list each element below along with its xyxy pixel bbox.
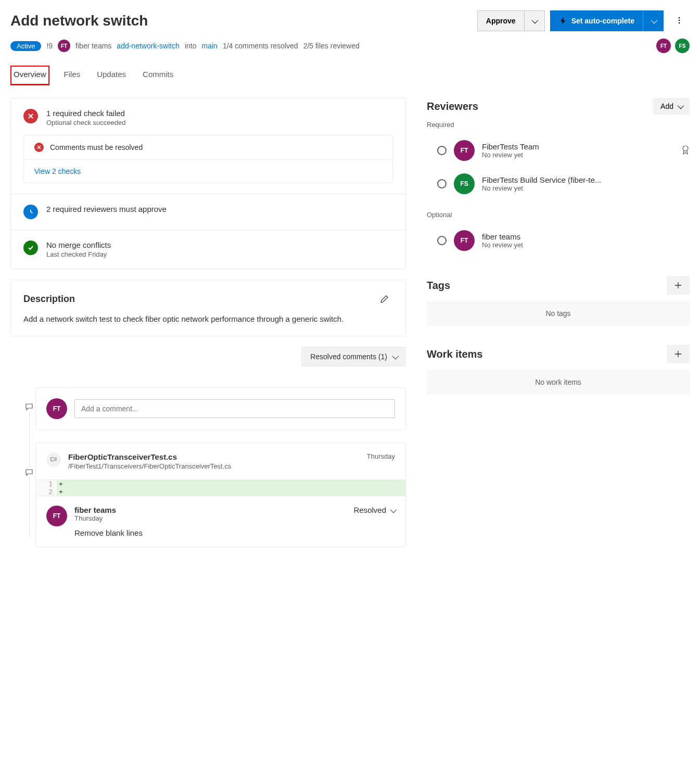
reviewers-required-label: Required — [427, 121, 690, 129]
comment-author: fiber teams — [74, 506, 353, 514]
file-path: /FiberTest1/Transceivers/FiberOpticTrans… — [68, 462, 231, 470]
radio-icon — [437, 179, 447, 188]
add-tag-button[interactable] — [667, 276, 690, 295]
description-body: Add a network switch test to check fiber… — [23, 313, 393, 325]
pencil-icon — [380, 295, 389, 303]
clock-icon — [23, 205, 38, 219]
current-user-avatar: FT — [46, 398, 67, 419]
reviewer-avatar: FT — [454, 140, 475, 161]
reviewer-row[interactable]: FTfiber teamsNo review yet — [427, 224, 690, 257]
reviewer-status: No review yet — [482, 184, 690, 192]
chevron-down-icon — [678, 102, 682, 110]
branch-from-link[interactable]: add-network-switch — [117, 42, 180, 50]
error-icon — [34, 143, 44, 152]
comments-filter-label: Resolved comments (1) — [310, 352, 387, 361]
pr-id: !9 — [46, 42, 53, 50]
author-avatar[interactable]: FT — [58, 40, 70, 52]
csharp-file-icon: C# — [46, 452, 61, 467]
tab-updates[interactable]: Updates — [95, 66, 128, 85]
more-actions-button[interactable] — [669, 16, 690, 26]
error-icon — [23, 109, 38, 123]
add-reviewer-button[interactable]: Add — [653, 98, 690, 115]
tags-title: Tags — [427, 280, 450, 292]
check-icon — [23, 241, 38, 255]
comment-status-label: Resolved — [353, 506, 386, 514]
lightning-icon — [559, 17, 567, 25]
tags-empty: No tags — [427, 301, 690, 326]
reviewer-status: No review yet — [482, 241, 690, 249]
reviewer-row[interactable]: FTFiberTests TeamNo review yet — [427, 134, 690, 167]
diff-line-content: + — [57, 480, 405, 488]
tab-overview[interactable]: Overview — [10, 66, 49, 85]
chevron-down-icon — [392, 352, 397, 361]
reviewer-avatar: FS — [454, 173, 475, 194]
diff-line-content: + — [57, 488, 405, 496]
svg-point-0 — [679, 17, 680, 18]
work-items-empty: No work items — [427, 370, 690, 395]
add-comment-input[interactable] — [74, 399, 395, 418]
work-items-title: Work items — [427, 348, 482, 360]
chevron-down-icon — [390, 506, 395, 514]
approve-dropdown[interactable] — [524, 10, 545, 31]
view-checks-link[interactable]: View 2 checks — [34, 167, 81, 175]
merge-conflicts-sub: Last checked Friday — [46, 250, 111, 258]
add-work-item-button[interactable] — [667, 345, 690, 363]
comment-timeline-icon — [24, 468, 34, 478]
reviewer-avatar: FT — [454, 230, 475, 251]
chevron-down-icon — [532, 17, 537, 25]
diff-block: 1+2+ — [36, 480, 405, 496]
reviewer-name: FiberTests Build Service (fiber-te... — [482, 175, 690, 184]
plus-icon — [674, 281, 682, 289]
checks-failed-title: 1 required check failed — [46, 109, 125, 118]
comment-author-avatar: FT — [46, 506, 67, 526]
reviewer-status: No review yet — [482, 151, 674, 159]
file-name[interactable]: FiberOpticTransceiverTest.cs — [68, 452, 231, 461]
page-title: Add network switch — [10, 12, 472, 29]
status-badge: Active — [10, 41, 41, 51]
award-icon — [681, 145, 690, 157]
checks-failed-sub: Optional check succeeded — [46, 119, 125, 127]
svg-point-4 — [683, 146, 688, 151]
radio-icon — [437, 236, 447, 245]
radio-icon — [437, 146, 447, 155]
reviewer-avatar[interactable]: FS — [675, 39, 690, 53]
auto-complete-label: Set auto-complete — [571, 17, 634, 25]
edit-description-button[interactable] — [376, 291, 393, 307]
comment-timeline-icon — [24, 402, 34, 412]
tab-commits[interactable]: Commits — [141, 66, 175, 85]
kebab-icon — [675, 16, 683, 24]
reviewers-required-msg: 2 required reviewers must approve — [46, 205, 167, 213]
auto-complete-dropdown[interactable] — [643, 10, 664, 31]
reviewer-name: fiber teams — [482, 232, 690, 241]
tab-files[interactable]: Files — [62, 66, 83, 85]
approve-button[interactable]: Approve — [477, 10, 524, 31]
description-title: Description — [23, 294, 75, 305]
reviewer-avatar[interactable]: FT — [656, 39, 671, 53]
file-thread-date: Thursday — [367, 452, 395, 460]
comment-text: Remove blank lines — [74, 528, 395, 537]
reviewers-title: Reviewers — [427, 100, 478, 112]
comment-date: Thursday — [74, 514, 353, 522]
add-reviewer-label: Add — [660, 102, 673, 110]
diff-line-number: 2 — [36, 488, 57, 496]
reviewers-optional-label: Optional — [427, 211, 690, 219]
chevron-down-icon — [651, 17, 656, 25]
author-name[interactable]: fiber teams — [75, 42, 111, 50]
into-word: into — [185, 42, 197, 50]
svg-point-1 — [679, 19, 680, 21]
diff-line-number: 1 — [36, 480, 57, 488]
svg-point-2 — [679, 22, 680, 23]
merge-conflicts-title: No merge conflicts — [46, 241, 111, 249]
reviewer-name: FiberTests Team — [482, 142, 674, 151]
check-warning: Comments must be resolved — [50, 143, 143, 152]
set-auto-complete-button[interactable]: Set auto-complete — [550, 10, 643, 31]
comment-status-dropdown[interactable]: Resolved — [353, 506, 395, 514]
reviewer-row[interactable]: FSFiberTests Build Service (fiber-te...N… — [427, 167, 690, 200]
plus-icon — [674, 350, 682, 358]
comments-resolved: 1/4 comments resolved — [223, 42, 298, 50]
files-reviewed: 2/5 files reviewed — [303, 42, 360, 50]
comments-filter-button[interactable]: Resolved comments (1) — [301, 347, 406, 367]
branch-to-link[interactable]: main — [202, 42, 218, 50]
